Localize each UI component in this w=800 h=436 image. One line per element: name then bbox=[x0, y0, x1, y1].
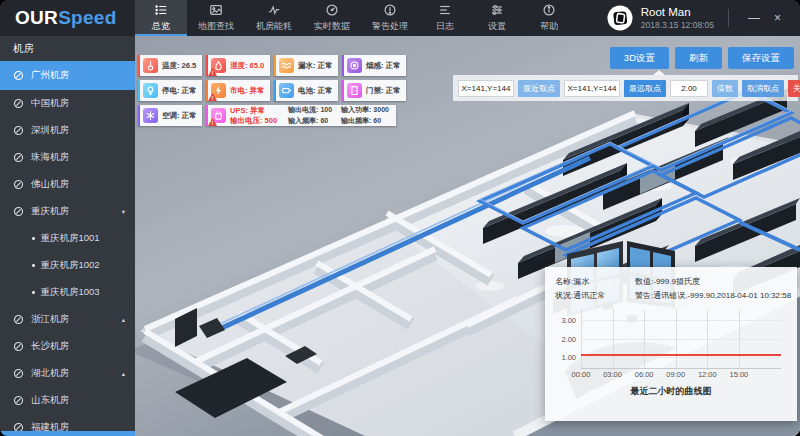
sidebar-subitem-room[interactable]: 重庆机房1002 bbox=[0, 252, 135, 279]
tab-help[interactable]: 帮助 bbox=[523, 0, 575, 36]
door-access-badge: 门禁: 正常 bbox=[342, 80, 406, 101]
sidebar-item-room[interactable]: 长沙机房 bbox=[0, 333, 135, 360]
user-datetime: 2018.3.15 12:08:05 bbox=[641, 20, 714, 30]
cancel-picking-button[interactable]: 取消取点 bbox=[742, 80, 784, 97]
sidebar-item-room[interactable]: 广州机房 bbox=[0, 61, 135, 90]
3d-settings-panel: 最近取点 最远取点 倍数 取消取点 关闭设置 bbox=[453, 75, 798, 101]
sensor-warning: 警告:通讯错误,-999.90,2018-04-01 10:32:58 bbox=[635, 290, 791, 301]
power-outage-badge: 停电: 正常 bbox=[138, 80, 202, 101]
air-conditioner-badge: 空调: 正常 bbox=[138, 105, 202, 126]
refresh-button[interactable]: 刷新 bbox=[675, 47, 722, 69]
humidity-drop-icon: ! bbox=[211, 58, 226, 73]
sidebar-item-label: 广州机房 bbox=[31, 69, 69, 82]
ups-detail: 输出电流: 100 bbox=[288, 105, 332, 115]
water-leak-badge: 漏水: 正常 bbox=[274, 55, 338, 76]
gauge-circle-icon bbox=[13, 179, 24, 190]
sidebar-item-label: 山东机房 bbox=[31, 394, 69, 407]
chart-y-gridline bbox=[581, 320, 781, 321]
tab-realtime-data[interactable]: 实时数据 bbox=[303, 0, 361, 36]
chart-y-tick-label: 2.00 bbox=[561, 334, 576, 343]
main-view: 温度: 26.5 ! 湿度: 65.0 漏水: 正常 烟感: 正常 bbox=[135, 36, 800, 436]
tab-label: 帮助 bbox=[540, 20, 558, 33]
sidebar-subitem-room[interactable]: 重庆机房1001 bbox=[0, 225, 135, 252]
chart-x-gridline bbox=[581, 309, 582, 368]
sidebar: 机房 广州机房 中国机房 深圳机房 珠海机房 佛山机房 重庆机房 ▾ 重庆 bbox=[0, 36, 135, 436]
sensor-info-popup: 名称:漏水 数值:-999.9摄氏度 状况:通讯正常 警告:通讯错误,-999.… bbox=[545, 267, 797, 421]
ups-line1: UPS: 异常 bbox=[230, 106, 277, 115]
sidebar-item-label: 湖北机房 bbox=[31, 367, 69, 380]
ups-badge: ! UPS: 异常 输出电压: 500 输出电流: 100 输入频率: 60 输… bbox=[206, 105, 396, 126]
chart-x-gridline bbox=[676, 309, 677, 368]
ups-detail: 输入功率: 3000 bbox=[341, 105, 389, 115]
farthest-point-input[interactable] bbox=[564, 80, 620, 97]
map-image-icon bbox=[209, 3, 223, 17]
fan-icon bbox=[143, 108, 158, 123]
gauge-circle-icon bbox=[13, 314, 24, 325]
gauge-circle-icon bbox=[13, 152, 24, 163]
chart-series-line bbox=[581, 354, 781, 356]
tab-overview[interactable]: 总览 bbox=[135, 0, 187, 36]
alert-circle-icon bbox=[383, 3, 397, 17]
collapse-arrow-icon[interactable]: ▴ bbox=[122, 370, 125, 378]
ups-line2: 输出电压: 500 bbox=[230, 116, 277, 125]
scale-factor-button[interactable]: 倍数 bbox=[712, 80, 738, 97]
chart-x-gridline bbox=[644, 309, 645, 368]
sidebar-item-room[interactable]: 深圳机房 bbox=[0, 117, 135, 144]
close-settings-button[interactable]: 关闭设置 bbox=[788, 80, 800, 97]
save-settings-button[interactable]: 保存设置 bbox=[728, 47, 794, 69]
tab-settings[interactable]: 设置 bbox=[471, 0, 523, 36]
badge-text: 电池: 正常 bbox=[298, 86, 333, 96]
tab-room-energy[interactable]: 机房能耗 bbox=[245, 0, 303, 36]
gauge-circle-icon bbox=[13, 341, 24, 352]
sidebar-item-room[interactable]: 中国机房 bbox=[0, 90, 135, 117]
nearest-point-input[interactable] bbox=[458, 80, 514, 97]
chart-x-tick-label: 15:00 bbox=[730, 370, 749, 379]
gauge-circle-icon bbox=[13, 125, 24, 136]
close-button[interactable]: × bbox=[767, 7, 788, 29]
tab-label: 设置 bbox=[488, 20, 506, 33]
chart-y-gridline bbox=[581, 357, 781, 358]
battery-icon bbox=[279, 83, 294, 98]
logo-part2: Speed bbox=[58, 7, 117, 29]
chart-x-tick-label: 03:00 bbox=[603, 370, 622, 379]
thermometer-icon bbox=[143, 58, 158, 73]
chart-x-gridline bbox=[739, 309, 740, 368]
sidebar-item-room[interactable]: 山东机房 bbox=[0, 387, 135, 414]
sidebar-subitem-room[interactable]: 重庆机房1003 bbox=[0, 279, 135, 306]
collapse-arrow-icon[interactable]: ▴ bbox=[122, 316, 125, 324]
app-window: OURSpeed 总览 地图查找 机房能耗 实时数据 警告处理 bbox=[0, 0, 800, 436]
badge-text: 烟感: 正常 bbox=[366, 61, 401, 71]
tab-label: 总览 bbox=[152, 20, 170, 33]
sidebar-item-room-expandable[interactable]: 重庆机房 ▾ bbox=[0, 198, 135, 225]
tab-alert-handling[interactable]: 警告处理 bbox=[361, 0, 419, 36]
top-bar: OURSpeed 总览 地图查找 机房能耗 实时数据 警告处理 bbox=[0, 0, 800, 36]
gauge-icon bbox=[325, 3, 339, 17]
nearest-point-button[interactable]: 最近取点 bbox=[518, 80, 560, 97]
popup-chart-plot: 3.002.001.0000:0003:0006:0009:0012:0015:… bbox=[581, 309, 781, 369]
sidebar-item-label: 重庆机房1003 bbox=[41, 286, 100, 299]
tab-logs[interactable]: 日志 bbox=[419, 0, 471, 36]
sensor-value: 数值:-999.9摄氏度 bbox=[635, 276, 791, 287]
sidebar-item-room[interactable]: 佛山机房 bbox=[0, 171, 135, 198]
badge-text: 温度: 26.5 bbox=[162, 61, 196, 71]
scale-factor-input[interactable] bbox=[670, 80, 708, 97]
sidebar-item-room[interactable]: 珠海机房 bbox=[0, 144, 135, 171]
water-leak-icon bbox=[279, 58, 294, 73]
sensor-name: 名称:漏水 bbox=[555, 276, 635, 287]
badge-text: 门禁: 正常 bbox=[366, 86, 401, 96]
tab-map-search[interactable]: 地图查找 bbox=[187, 0, 245, 36]
chart-x-tick-label: 06:00 bbox=[635, 370, 654, 379]
sidebar-partial-item-highlight bbox=[0, 431, 135, 436]
user-avatar-logo bbox=[607, 5, 633, 31]
expand-arrow-icon[interactable]: ▾ bbox=[122, 208, 125, 216]
3d-settings-button[interactable]: 3D设置 bbox=[610, 47, 669, 69]
badge-text: 湿度: 65.0 bbox=[230, 61, 264, 71]
badge-row-3: 空调: 正常 ! UPS: 异常 输出电压: 500 输出电流: 100 输入频… bbox=[138, 105, 406, 126]
farthest-point-button[interactable]: 最远取点 bbox=[624, 80, 666, 97]
sidebar-item-room-expandable[interactable]: 湖北机房 ▴ bbox=[0, 360, 135, 387]
minimize-button[interactable]: — bbox=[741, 7, 767, 29]
tab-label: 警告处理 bbox=[372, 20, 408, 33]
sidebar-item-room-expandable[interactable]: 浙江机房 ▴ bbox=[0, 306, 135, 333]
topbar-right: Root Man 2018.3.15 12:08:05 — × bbox=[607, 0, 800, 36]
chart-y-tick-label: 1.00 bbox=[561, 352, 576, 361]
